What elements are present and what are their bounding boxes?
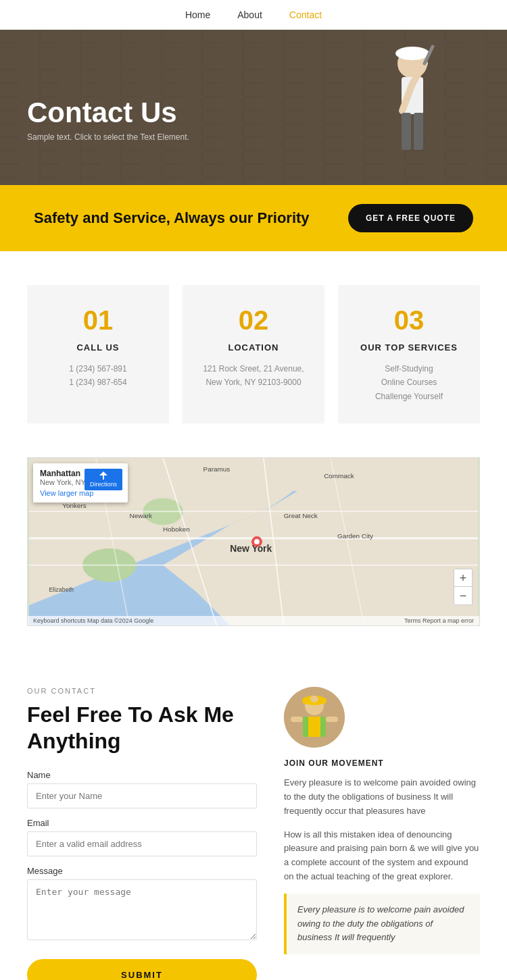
quote-text: Every pleasure is to welcome pain avoide… xyxy=(297,903,469,945)
email-input[interactable] xyxy=(27,831,257,856)
card-2-number: 02 xyxy=(196,305,311,336)
contact-heading: Feel Free To Ask Me Anything xyxy=(27,702,257,754)
card-3-title: OUR TOP SERVICES xyxy=(352,342,466,353)
banner-text: Safety and Service, Always our Priority xyxy=(34,209,310,227)
message-label: Message xyxy=(27,866,257,876)
cards-row: 01 CALL US 1 (234) 567-891 1 (234) 987-6… xyxy=(27,285,480,423)
hero-title: Contact Us xyxy=(27,97,480,128)
email-field-group: Email xyxy=(27,818,257,856)
map-zoom-in[interactable]: + xyxy=(454,569,472,587)
svg-marker-37 xyxy=(99,471,107,480)
card-call-us: 01 CALL US 1 (234) 567-891 1 (234) 987-6… xyxy=(27,285,169,423)
svg-text:Yonkers: Yonkers xyxy=(62,502,86,510)
contact-section: OUR CONTACT Feel Free To Ask Me Anything… xyxy=(0,653,507,980)
card-2-title: LOCATION xyxy=(196,342,311,353)
worker-avatar xyxy=(284,687,345,748)
card-1-number: 01 xyxy=(41,305,155,336)
svg-rect-43 xyxy=(308,717,320,737)
message-field-group: Message xyxy=(27,866,257,943)
quote-block: Every pleasure is to welcome pain avoide… xyxy=(284,894,480,954)
nav-contact[interactable]: Contact xyxy=(289,9,322,20)
message-input[interactable] xyxy=(27,879,257,940)
svg-text:Great Neck: Great Neck xyxy=(284,512,318,519)
card-1-detail: 1 (234) 567-891 1 (234) 987-654 xyxy=(41,362,155,390)
card-services: 03 OUR TOP SERVICES Self-Studying Online… xyxy=(338,285,480,423)
email-label: Email xyxy=(27,818,257,828)
svg-text:Elizabeth: Elizabeth xyxy=(49,587,74,594)
name-label: Name xyxy=(27,770,257,780)
nav-about[interactable]: About xyxy=(237,9,262,20)
directions-button[interactable]: Directions xyxy=(84,469,122,490)
card-3-number: 03 xyxy=(352,305,466,336)
name-field-group: Name xyxy=(27,770,257,808)
hero-subtitle: Sample text. Click to select the Text El… xyxy=(27,132,480,142)
map-container[interactable]: Yonkers Paramus Commack New York Hoboken… xyxy=(27,457,480,626)
card-1-title: CALL US xyxy=(41,342,155,353)
navigation: Home About Contact xyxy=(0,0,507,30)
join-para-1: Every pleasure is to welcome pain avoide… xyxy=(284,776,480,818)
map-footer-left: Keyboard shortcuts Map data ©2024 Google xyxy=(33,617,153,624)
map-section: Yonkers Paramus Commack New York Hoboken… xyxy=(0,457,507,653)
map-popup: Manhattan New York, NY, USA View larger … xyxy=(33,463,128,502)
info-cards-section: 01 CALL US 1 (234) 567-891 1 (234) 987-6… xyxy=(0,251,507,457)
hero-section: Contact Us Sample text. Click to select … xyxy=(0,30,507,185)
name-input[interactable] xyxy=(27,783,257,808)
svg-text:New York: New York xyxy=(230,543,272,554)
contact-form-area: OUR CONTACT Feel Free To Ask Me Anything… xyxy=(27,687,257,980)
svg-text:Garden City: Garden City xyxy=(337,532,373,540)
svg-text:Paramus: Paramus xyxy=(203,465,231,473)
map-zoom-controls: + − xyxy=(454,569,473,605)
svg-rect-44 xyxy=(291,717,303,722)
join-para-2: How is all this mistaken idea of denounc… xyxy=(284,828,480,884)
promo-banner: Safety and Service, Always our Priority … xyxy=(0,185,507,251)
map-footer: Keyboard shortcuts Map data ©2024 Google… xyxy=(28,616,479,625)
svg-text:Commack: Commack xyxy=(324,472,354,480)
free-quote-button[interactable]: GET A FREE QUOTE xyxy=(348,204,473,232)
card-location: 02 LOCATION 121 Rock Sreet, 21 Avenue, N… xyxy=(183,285,324,423)
svg-text:Hoboken: Hoboken xyxy=(163,525,190,533)
svg-rect-45 xyxy=(326,717,338,722)
avatar-image xyxy=(284,687,345,748)
map-zoom-out[interactable]: − xyxy=(454,587,472,604)
card-3-detail: Self-Studying Online Courses Challenge Y… xyxy=(352,362,466,403)
card-2-detail: 121 Rock Sreet, 21 Avenue, New York, NY … xyxy=(196,362,311,390)
contact-section-label: OUR CONTACT xyxy=(27,687,257,695)
svg-point-36 xyxy=(254,539,260,544)
svg-point-46 xyxy=(310,696,318,702)
join-movement-label: JOIN OUR MOVEMENT xyxy=(284,758,480,768)
map-footer-right: Terms Report a map error xyxy=(404,617,474,624)
contact-info-area: JOIN OUR MOVEMENT Every pleasure is to w… xyxy=(284,687,480,954)
submit-button[interactable]: SUBMIT xyxy=(27,959,257,980)
svg-text:Newark: Newark xyxy=(129,512,152,519)
nav-home[interactable]: Home xyxy=(185,9,210,20)
